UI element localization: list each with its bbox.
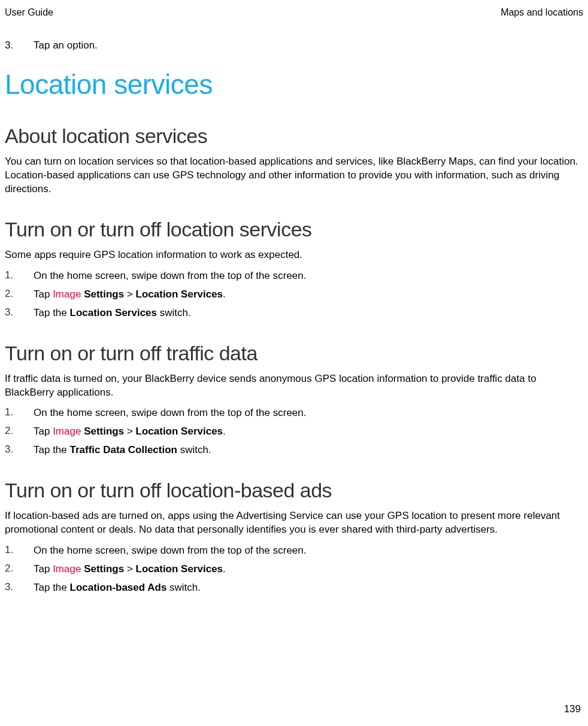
step-text: Tap Image Settings > Location Services. [34,563,583,576]
list-item: 2. Tap Image Settings > Location Service… [5,563,583,576]
ads-para: If location-based ads are turned on, app… [5,509,583,537]
list-item: 3. Tap the Location Services switch. [5,306,583,320]
step-text: Tap the Traffic Data Collection switch. [34,444,583,457]
pre-step: 3. Tap an option. [5,40,583,51]
list-item: 3. Tap the Traffic Data Collection switc… [5,444,583,457]
step-num: 2. [5,563,34,576]
step-text: Tap Image Settings > Location Services. [34,288,583,302]
traffic-steps: 1. On the home screen, swipe down from t… [5,406,583,457]
list-item: 3. Tap the Location-based Ads switch. [5,581,583,595]
ads-steps: 1. On the home screen, swipe down from t… [5,544,583,595]
pre-step-num: 3. [5,40,34,51]
traffic-heading: Turn on or turn off traffic data [5,342,583,365]
image-placeholder: Image [53,288,81,300]
step-num: 1. [5,406,34,420]
loc-para: Some apps require GPS location informati… [5,248,583,262]
step-num: 3. [5,581,34,595]
page-title: Location services [5,68,583,101]
step-text: On the home screen, swipe down from the … [34,406,583,420]
loc-heading: Turn on or turn off location services [5,218,583,241]
list-item: 2. Tap Image Settings > Location Service… [5,425,583,439]
image-placeholder: Image [53,426,81,437]
step-num: 2. [5,425,34,439]
list-item: 1. On the home screen, swipe down from t… [5,269,583,283]
step-num: 1. [5,269,34,283]
pre-step-text: Tap an option. [34,40,98,51]
about-para: You can turn on location services so tha… [5,155,583,196]
page-header: User Guide Maps and locations [5,7,583,18]
step-text: On the home screen, swipe down from the … [34,544,583,558]
page-number: 139 [564,703,581,715]
list-item: 1. On the home screen, swipe down from t… [5,544,583,558]
about-heading: About location services [5,124,583,148]
ads-heading: Turn on or turn off location-based ads [5,479,583,502]
step-num: 1. [5,544,34,558]
loc-steps: 1. On the home screen, swipe down from t… [5,269,583,320]
step-text: Tap the Location Services switch. [34,306,583,320]
image-placeholder: Image [53,563,81,575]
step-text: Tap Image Settings > Location Services. [34,425,583,439]
step-num: 3. [5,444,34,457]
step-text: On the home screen, swipe down from the … [34,269,583,283]
step-num: 2. [5,288,34,302]
list-item: 2. Tap Image Settings > Location Service… [5,288,583,302]
step-text: Tap the Location-based Ads switch. [34,581,583,595]
header-left: User Guide [5,7,53,18]
step-num: 3. [5,306,34,320]
header-right: Maps and locations [501,7,583,18]
traffic-para: If traffic data is turned on, your Black… [5,372,583,400]
list-item: 1. On the home screen, swipe down from t… [5,406,583,420]
